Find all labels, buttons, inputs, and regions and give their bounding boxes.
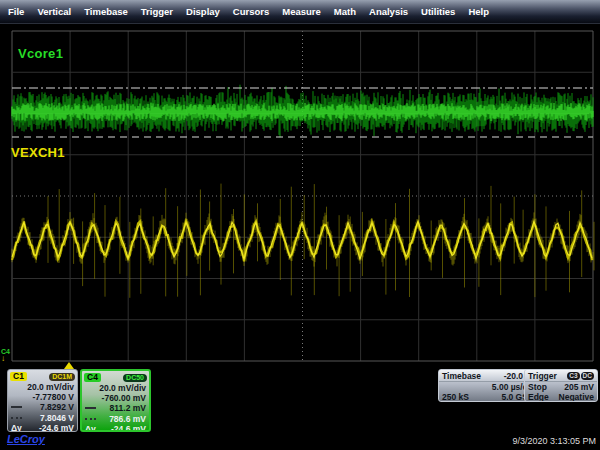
trigger-position-marker[interactable]	[64, 362, 74, 369]
trigger-badges: C3 DC	[567, 372, 594, 380]
yellow-trace-label: VEXCH1	[11, 145, 65, 160]
trigger-slope: Negative	[559, 392, 594, 402]
c4-offset: -760.00 mV	[102, 393, 146, 403]
c4-coupling-badge: DC50	[123, 374, 147, 382]
dashed-cursor-icon	[11, 417, 22, 419]
c4-offset-row: -760.00 mV	[82, 393, 149, 403]
c1-delta-label: Δy	[11, 423, 22, 432]
trigger-type-row: Edge Negative	[525, 392, 597, 402]
datetime-display: 9/3/2020 3:13:05 PM	[512, 436, 596, 446]
c1-badge: C1	[10, 372, 27, 381]
trigger-mode: Stop	[528, 382, 547, 392]
c1-cursor2-value: 7.8046 V	[40, 413, 74, 423]
trigger-box[interactable]: Trigger C3 DC Stop 205 mV Edge Negative	[524, 369, 598, 402]
trigger-title: Trigger	[528, 371, 557, 381]
c1-offset: -7.77800 V	[32, 392, 74, 402]
dashed-cursor-icon	[85, 418, 96, 420]
timebase-samples: 250 kS	[442, 392, 469, 402]
c1-scale-row: 20.0 mV/div	[8, 382, 77, 392]
c1-delta-value: -24.6 mV	[39, 423, 74, 432]
c4-cursor1-value: 811.2 mV	[110, 403, 146, 413]
c1-cursor1-row: 7.8292 V	[8, 402, 77, 412]
c4-delta-value: -24.6 mV	[111, 424, 146, 432]
dashdot-cursor-icon	[85, 407, 96, 409]
c4-scale: 20.0 mV/div	[99, 383, 146, 393]
lecroy-logo: LeCroy	[7, 433, 45, 445]
trigger-header: Trigger C3 DC	[525, 370, 597, 382]
oscilloscope-screen: File Vertical Timebase Trigger Display C…	[0, 0, 600, 450]
c1-delta-row: Δy-24.6 mV	[8, 423, 77, 432]
c1-header: C1 DC1M	[8, 370, 77, 382]
c4-delta-row: Δy-24.6 mV	[82, 424, 149, 432]
trigger-mode-row: Stop 205 mV	[525, 382, 597, 392]
c4-cursor2-row: 786.6 mV	[82, 414, 149, 424]
c1-scale: 20.0 mV/div	[27, 382, 74, 392]
trigger-coupling-badge: DC	[581, 372, 594, 380]
green-trace-label: Vcore1	[18, 46, 63, 61]
trigger-level: 205 mV	[564, 382, 594, 392]
timebase-title: Timebase	[442, 371, 481, 381]
c1-offset-row: -7.77800 V	[8, 392, 77, 402]
c4-badge: C4	[84, 373, 101, 382]
c4-cursor1-row: 811.2 mV	[82, 403, 149, 413]
down-arrow-icon: ↓	[1, 355, 5, 362]
channel-c4-box[interactable]: C4 DC50 20.0 mV/div -760.00 mV 811.2 mV …	[80, 369, 151, 432]
trigger-type: Edge	[528, 392, 549, 402]
c4-delta-label: Δy	[85, 424, 96, 432]
c1-cursor2-row: 7.8046 V	[8, 413, 77, 423]
channel-c1-box[interactable]: C1 DC1M 20.0 mV/div -7.77800 V 7.8292 V …	[7, 369, 78, 432]
c4-header: C4 DC50	[82, 371, 149, 383]
trigger-source-badge: C3	[567, 372, 579, 380]
c4-scale-row: 20.0 mV/div	[82, 383, 149, 393]
c4-cursor2-value: 786.6 mV	[109, 414, 146, 424]
c1-cursor1-value: 7.8292 V	[40, 402, 74, 412]
c4-offscreen-marker: C4 ↓	[1, 348, 10, 362]
c1-coupling-badge: DC1M	[49, 373, 75, 381]
dashdot-cursor-icon	[11, 406, 22, 408]
